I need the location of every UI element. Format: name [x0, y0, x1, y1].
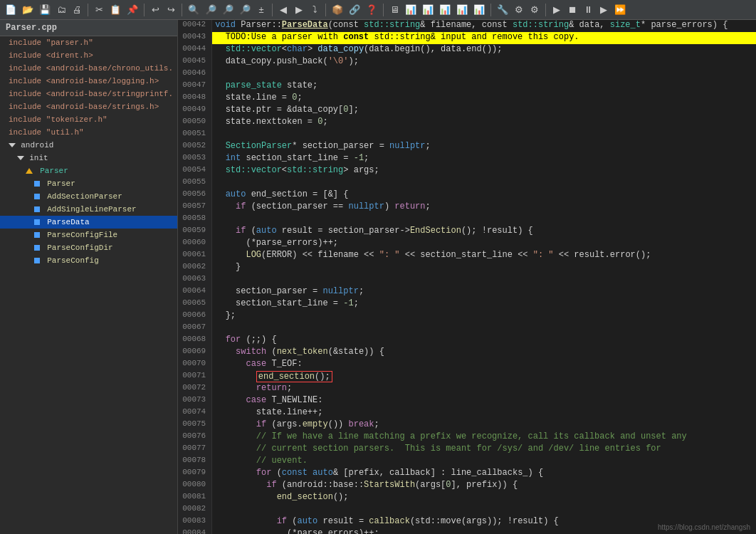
toolbar-find4-btn[interactable]: 🔎 — [237, 2, 253, 18]
sidebar-item-include-strings[interactable]: include <android-base/strings.h> — [0, 100, 177, 113]
toolbar-build2-btn[interactable]: 🔗 — [347, 2, 362, 18]
line-number: 00050 — [178, 117, 212, 129]
toolbar-cut-btn[interactable]: ✂ — [92, 2, 106, 18]
sidebar-item-namespace-android[interactable]: android — [0, 139, 177, 152]
line-number: 00078 — [178, 456, 212, 468]
line-number: 00055 — [178, 177, 212, 189]
table-row: 00057 if (section_parser == nullptr) ret… — [178, 201, 756, 214]
table-row: 00043 TODO:Use a parser with const std::… — [178, 32, 756, 44]
sidebar-item-method-parsedata[interactable]: ParseData — [0, 216, 177, 229]
toolbar-print-btn[interactable]: 🖨 — [70, 2, 84, 18]
toolbar-stop-btn[interactable]: ⏹ — [565, 2, 579, 18]
sidebar-item-class-parser[interactable]: Parser — [0, 164, 177, 177]
table-row: 00080 if (android::base::StartsWith(args… — [178, 480, 756, 492]
line-number: 00072 — [178, 383, 212, 395]
line-content — [212, 274, 756, 286]
toolbar-sep-2 — [144, 4, 145, 16]
table-row: 00050 state.nexttoken = 0; — [178, 117, 756, 129]
toolbar-class2-btn[interactable]: 📊 — [420, 2, 436, 18]
table-row: 00065 section_start_line = -1; — [178, 298, 756, 310]
sidebar-item-method-parseconfig[interactable]: ParseConfig — [0, 254, 177, 267]
toolbar-copy-btn[interactable]: 📋 — [107, 2, 123, 18]
expand-init-icon — [17, 156, 24, 160]
toolbar-help-btn[interactable]: ❓ — [364, 2, 379, 18]
line-content — [212, 177, 756, 189]
code-area[interactable]: 00042 void Parser::ParseData(const std::… — [178, 20, 756, 534]
line-content: void Parser::ParseData(const std::string… — [212, 20, 756, 32]
toolbar-find3-btn[interactable]: 🔎 — [220, 2, 236, 18]
toolbar-nav-back-btn[interactable]: ◀ — [276, 2, 290, 18]
toolbar-open-btn[interactable]: 📂 — [20, 2, 36, 18]
line-content: return; — [212, 383, 756, 395]
sidebar-item-method-parseconfigdir[interactable]: ParseConfigDir — [0, 241, 177, 254]
sidebar-item-method-parseconfigfile[interactable]: ParseConfigFile — [0, 229, 177, 241]
sidebar-item-method-addsinglelineparser[interactable]: AddSingleLineParser — [0, 203, 177, 216]
toolbar-paste-btn[interactable]: 📌 — [125, 2, 140, 18]
toolbar-find2-btn[interactable]: 🔎 — [203, 2, 219, 18]
table-row: 00081 end_section(); — [178, 492, 756, 504]
toolbar-save-btn[interactable]: 💾 — [37, 2, 53, 18]
sidebar-item-include-tokenizer[interactable]: include "tokenizer.h" — [0, 113, 177, 126]
table-row: 00045 data_copy.push_back('\0'); — [178, 56, 756, 68]
toolbar-class-btn[interactable]: 📊 — [403, 2, 419, 18]
toolbar-class3-btn[interactable]: 📊 — [437, 2, 453, 18]
toolbar-undo-btn[interactable]: ↩ — [148, 2, 162, 18]
line-number: 00068 — [178, 335, 212, 347]
toolbar-pause-btn[interactable]: ⏸ — [581, 2, 595, 18]
line-number: 00043 — [178, 32, 212, 44]
line-content — [212, 68, 756, 80]
sidebar-item-include-parser[interactable]: include "parser.h" — [0, 36, 177, 49]
sidebar-item-include-util[interactable]: include "util.h" — [0, 126, 177, 139]
toolbar-jump-btn[interactable]: ⤵ — [308, 2, 322, 18]
toolbar-settings3-btn[interactable]: ⚙ — [527, 2, 542, 18]
table-row: 00061 LOG(ERROR) << filename << ": " << … — [178, 250, 756, 262]
toolbar-view-btn[interactable]: 🖥 — [387, 2, 401, 18]
toolbar-settings-btn[interactable]: 🔧 — [495, 2, 510, 18]
toolbar-save-all-btn[interactable]: 🗂 — [54, 2, 68, 18]
table-row: 00078 // uevent. — [178, 456, 756, 468]
table-row: 00067 — [178, 323, 756, 335]
table-row: 00055 — [178, 177, 756, 189]
toolbar-find-btn[interactable]: 🔍 — [186, 2, 201, 18]
line-content: data_copy.push_back('\0'); — [212, 56, 756, 68]
toolbar-sep-4 — [272, 4, 273, 16]
toolbar-new-btn[interactable]: 📄 — [3, 2, 19, 18]
table-row: 00054 std::vector<std::string> args; — [178, 165, 756, 177]
table-row: 00064 section_parser = nullptr; — [178, 286, 756, 298]
line-number: 00071 — [178, 371, 212, 383]
toolbar-step-btn[interactable]: ▶ — [597, 2, 611, 18]
line-content: }; — [212, 310, 756, 323]
sidebar-item-namespace-init[interactable]: init — [0, 152, 177, 164]
toolbar-settings2-btn[interactable]: ⚙ — [512, 2, 526, 18]
sidebar-item-include-dirent[interactable]: include <dirent.h> — [0, 49, 177, 62]
toolbar-redo-btn[interactable]: ↪ — [164, 2, 178, 18]
method-icon-4 — [34, 219, 40, 225]
line-content: } — [212, 262, 756, 274]
line-content — [212, 504, 756, 516]
toolbar-marker-btn[interactable]: ± — [254, 2, 268, 18]
toolbar-class5-btn[interactable]: 📊 — [471, 2, 487, 18]
toolbar-run-btn[interactable]: ▶ — [550, 2, 564, 18]
toolbar-nav-fwd-btn[interactable]: ▶ — [292, 2, 306, 18]
toolbar-build-btn[interactable]: 📦 — [330, 2, 345, 18]
sidebar-item-method-parser[interactable]: Parser — [0, 177, 177, 190]
table-row: 00073 case T_NEWLINE: — [178, 395, 756, 407]
sidebar-item-include-chrono[interactable]: include <android-base/chrono_utils. — [0, 62, 177, 75]
line-number: 00062 — [178, 262, 212, 274]
line-content: // uevent. — [212, 456, 756, 468]
toolbar-step2-btn[interactable]: ⏩ — [612, 2, 628, 18]
line-content: parse_state state; — [212, 80, 756, 93]
class-icon — [26, 168, 33, 174]
sidebar-item-include-logging[interactable]: include <android-base/logging.h> — [0, 75, 177, 88]
sidebar-item-include-stringprintf[interactable]: include <android-base/stringprintf. — [0, 88, 177, 100]
watermark: https://blog.csdn.net/zhangsh — [658, 523, 750, 531]
line-number: 00053 — [178, 153, 212, 165]
line-content: (*parse_errors)++; — [212, 238, 756, 250]
line-number: 00046 — [178, 68, 212, 80]
toolbar-class4-btn[interactable]: 📊 — [454, 2, 470, 18]
line-number: 00070 — [178, 359, 212, 371]
line-number: 00074 — [178, 407, 212, 419]
sidebar-item-method-addsectionparser[interactable]: AddSectionParser — [0, 190, 177, 203]
table-row: 00066 }; — [178, 310, 756, 323]
line-content: for (const auto& [prefix, callback] : li… — [212, 468, 756, 480]
